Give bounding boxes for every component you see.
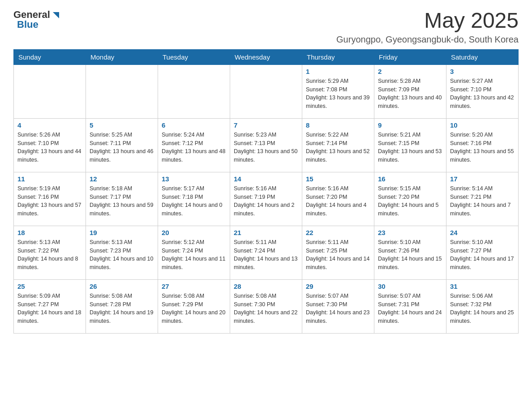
calendar-cell: 13Sunrise: 5:17 AMSunset: 7:18 PMDayligh… bbox=[158, 172, 230, 226]
day-number: 18 bbox=[17, 229, 82, 236]
logo-blue-text: Blue bbox=[17, 19, 39, 30]
day-number: 13 bbox=[162, 175, 226, 183]
day-info: Sunrise: 5:23 AMSunset: 7:13 PMDaylight:… bbox=[234, 131, 298, 164]
day-number: 21 bbox=[234, 229, 298, 236]
day-info: Sunrise: 5:27 AMSunset: 7:10 PMDaylight:… bbox=[450, 77, 515, 111]
day-info: Sunrise: 5:12 AMSunset: 7:24 PMDaylight:… bbox=[162, 238, 226, 272]
calendar-cell: 29Sunrise: 5:07 AMSunset: 7:30 PMDayligh… bbox=[302, 279, 374, 333]
day-number: 19 bbox=[90, 229, 154, 236]
day-info: Sunrise: 5:07 AMSunset: 7:30 PMDaylight:… bbox=[306, 292, 370, 325]
calendar-cell bbox=[158, 64, 230, 118]
calendar-cell: 1Sunrise: 5:29 AMSunset: 7:08 PMDaylight… bbox=[302, 64, 374, 118]
day-number: 12 bbox=[90, 175, 154, 183]
day-info: Sunrise: 5:13 AMSunset: 7:22 PMDaylight:… bbox=[17, 238, 82, 272]
day-info: Sunrise: 5:11 AMSunset: 7:25 PMDaylight:… bbox=[306, 238, 370, 272]
calendar-table: SundayMondayTuesdayWednesdayThursdayFrid… bbox=[13, 49, 519, 334]
day-info: Sunrise: 5:10 AMSunset: 7:27 PMDaylight:… bbox=[450, 238, 515, 272]
day-info: Sunrise: 5:26 AMSunset: 7:10 PMDaylight:… bbox=[17, 131, 82, 164]
calendar-cell: 12Sunrise: 5:18 AMSunset: 7:17 PMDayligh… bbox=[86, 172, 158, 226]
day-info: Sunrise: 5:07 AMSunset: 7:31 PMDaylight:… bbox=[378, 292, 442, 325]
day-info: Sunrise: 5:16 AMSunset: 7:20 PMDaylight:… bbox=[306, 184, 370, 218]
calendar-cell: 7Sunrise: 5:23 AMSunset: 7:13 PMDaylight… bbox=[230, 118, 302, 172]
day-number: 10 bbox=[450, 121, 515, 129]
day-number: 25 bbox=[17, 283, 82, 290]
calendar-cell: 22Sunrise: 5:11 AMSunset: 7:25 PMDayligh… bbox=[302, 226, 374, 279]
day-info: Sunrise: 5:08 AMSunset: 7:28 PMDaylight:… bbox=[90, 292, 154, 325]
calendar-cell: 21Sunrise: 5:11 AMSunset: 7:24 PMDayligh… bbox=[230, 226, 302, 279]
calendar-cell: 23Sunrise: 5:10 AMSunset: 7:26 PMDayligh… bbox=[374, 226, 446, 279]
calendar-cell: 19Sunrise: 5:13 AMSunset: 7:23 PMDayligh… bbox=[86, 226, 158, 279]
calendar-cell: 31Sunrise: 5:06 AMSunset: 7:32 PMDayligh… bbox=[446, 279, 519, 333]
svg-marker-0 bbox=[53, 12, 59, 18]
day-info: Sunrise: 5:19 AMSunset: 7:16 PMDaylight:… bbox=[17, 184, 82, 218]
day-info: Sunrise: 5:16 AMSunset: 7:19 PMDaylight:… bbox=[234, 184, 298, 218]
day-info: Sunrise: 5:11 AMSunset: 7:24 PMDaylight:… bbox=[234, 238, 298, 272]
calendar-cell bbox=[86, 64, 158, 118]
calendar-cell: 15Sunrise: 5:16 AMSunset: 7:20 PMDayligh… bbox=[302, 172, 374, 226]
day-info: Sunrise: 5:28 AMSunset: 7:09 PMDaylight:… bbox=[378, 77, 442, 111]
day-number: 8 bbox=[306, 121, 370, 129]
day-number: 4 bbox=[17, 121, 82, 129]
weekday-header-monday: Monday bbox=[86, 49, 158, 64]
day-number: 27 bbox=[162, 283, 226, 290]
calendar-cell: 11Sunrise: 5:19 AMSunset: 7:16 PMDayligh… bbox=[14, 172, 86, 226]
day-number: 22 bbox=[306, 229, 370, 236]
day-info: Sunrise: 5:17 AMSunset: 7:18 PMDaylight:… bbox=[162, 184, 226, 218]
title-area: May 2025 Guryongpo, Gyeongsangbuk-do, So… bbox=[336, 9, 519, 45]
calendar-cell: 16Sunrise: 5:15 AMSunset: 7:20 PMDayligh… bbox=[374, 172, 446, 226]
logo-triangle-icon bbox=[51, 10, 61, 20]
calendar-cell: 27Sunrise: 5:08 AMSunset: 7:29 PMDayligh… bbox=[158, 279, 230, 333]
day-info: Sunrise: 5:06 AMSunset: 7:32 PMDaylight:… bbox=[450, 292, 515, 325]
weekday-header-sunday: Sunday bbox=[14, 49, 86, 64]
calendar-cell: 5Sunrise: 5:25 AMSunset: 7:11 PMDaylight… bbox=[86, 118, 158, 172]
day-number: 30 bbox=[378, 283, 442, 290]
calendar-cell: 30Sunrise: 5:07 AMSunset: 7:31 PMDayligh… bbox=[374, 279, 446, 333]
header: General Blue May 2025 Guryongpo, Gyeongs… bbox=[13, 9, 519, 45]
day-info: Sunrise: 5:09 AMSunset: 7:27 PMDaylight:… bbox=[17, 292, 82, 325]
day-number: 1 bbox=[306, 68, 370, 75]
location-title: Guryongpo, Gyeongsangbuk-do, South Korea bbox=[336, 34, 519, 45]
day-info: Sunrise: 5:15 AMSunset: 7:20 PMDaylight:… bbox=[378, 184, 442, 218]
logo: General Blue bbox=[13, 9, 61, 30]
day-number: 23 bbox=[378, 229, 442, 236]
day-info: Sunrise: 5:25 AMSunset: 7:11 PMDaylight:… bbox=[90, 131, 154, 164]
calendar-week-row: 4Sunrise: 5:26 AMSunset: 7:10 PMDaylight… bbox=[14, 118, 519, 172]
day-info: Sunrise: 5:21 AMSunset: 7:15 PMDaylight:… bbox=[378, 131, 442, 164]
calendar-cell: 26Sunrise: 5:08 AMSunset: 7:28 PMDayligh… bbox=[86, 279, 158, 333]
weekday-header-row: SundayMondayTuesdayWednesdayThursdayFrid… bbox=[14, 49, 519, 64]
day-info: Sunrise: 5:24 AMSunset: 7:12 PMDaylight:… bbox=[162, 131, 226, 164]
day-info: Sunrise: 5:22 AMSunset: 7:14 PMDaylight:… bbox=[306, 131, 370, 164]
day-number: 3 bbox=[450, 68, 515, 75]
day-number: 17 bbox=[450, 175, 515, 183]
day-number: 7 bbox=[234, 121, 298, 129]
day-info: Sunrise: 5:08 AMSunset: 7:30 PMDaylight:… bbox=[234, 292, 298, 325]
calendar-cell: 20Sunrise: 5:12 AMSunset: 7:24 PMDayligh… bbox=[158, 226, 230, 279]
calendar-cell: 17Sunrise: 5:14 AMSunset: 7:21 PMDayligh… bbox=[446, 172, 519, 226]
day-number: 2 bbox=[378, 68, 442, 75]
day-number: 20 bbox=[162, 229, 226, 236]
calendar-cell: 28Sunrise: 5:08 AMSunset: 7:30 PMDayligh… bbox=[230, 279, 302, 333]
calendar-cell: 8Sunrise: 5:22 AMSunset: 7:14 PMDaylight… bbox=[302, 118, 374, 172]
day-number: 16 bbox=[378, 175, 442, 183]
day-number: 5 bbox=[90, 121, 154, 129]
calendar-cell bbox=[14, 64, 86, 118]
day-number: 24 bbox=[450, 229, 515, 236]
month-title: May 2025 bbox=[336, 9, 519, 33]
day-info: Sunrise: 5:14 AMSunset: 7:21 PMDaylight:… bbox=[450, 184, 515, 218]
calendar-week-row: 11Sunrise: 5:19 AMSunset: 7:16 PMDayligh… bbox=[14, 172, 519, 226]
day-number: 11 bbox=[17, 175, 82, 183]
day-info: Sunrise: 5:18 AMSunset: 7:17 PMDaylight:… bbox=[90, 184, 154, 218]
calendar-cell: 3Sunrise: 5:27 AMSunset: 7:10 PMDaylight… bbox=[446, 64, 519, 118]
day-number: 14 bbox=[234, 175, 298, 183]
calendar-cell: 9Sunrise: 5:21 AMSunset: 7:15 PMDaylight… bbox=[374, 118, 446, 172]
day-number: 31 bbox=[450, 283, 515, 290]
day-number: 28 bbox=[234, 283, 298, 290]
weekday-header-friday: Friday bbox=[374, 49, 446, 64]
day-info: Sunrise: 5:13 AMSunset: 7:23 PMDaylight:… bbox=[90, 238, 154, 272]
day-number: 15 bbox=[306, 175, 370, 183]
calendar-cell: 2Sunrise: 5:28 AMSunset: 7:09 PMDaylight… bbox=[374, 64, 446, 118]
calendar-cell: 24Sunrise: 5:10 AMSunset: 7:27 PMDayligh… bbox=[446, 226, 519, 279]
day-number: 29 bbox=[306, 283, 370, 290]
day-info: Sunrise: 5:20 AMSunset: 7:16 PMDaylight:… bbox=[450, 131, 515, 164]
day-info: Sunrise: 5:29 AMSunset: 7:08 PMDaylight:… bbox=[306, 77, 370, 111]
